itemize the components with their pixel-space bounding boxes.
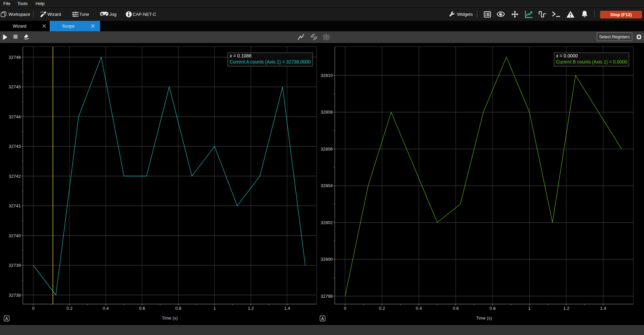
svg-text:1.2: 1.2	[248, 306, 254, 311]
svg-text:Current B counts (Axis 1) = 0.: Current B counts (Axis 1) = 0.0000	[556, 59, 627, 65]
svg-text:Current A counts (Axis 1) = 32: Current A counts (Axis 1) = 32738.0000	[230, 59, 311, 65]
svg-text:A: A	[5, 317, 8, 321]
svg-text:32798: 32798	[321, 294, 333, 299]
svg-text:x = 0.1088: x = 0.1088	[230, 53, 251, 58]
svg-text:0.8: 0.8	[490, 306, 496, 311]
svg-text:32742: 32742	[9, 174, 21, 179]
svg-text:32810: 32810	[321, 73, 333, 78]
svg-text:1.4: 1.4	[284, 306, 290, 311]
svg-text:A: A	[321, 317, 324, 321]
svg-text:32739: 32739	[9, 263, 21, 268]
svg-text:Time (s): Time (s)	[162, 316, 178, 321]
svg-text:0: 0	[344, 306, 346, 311]
svg-text:1: 1	[213, 306, 216, 311]
svg-text:32744: 32744	[9, 114, 21, 119]
svg-text:32743: 32743	[9, 144, 21, 149]
svg-text:0.2: 0.2	[66, 306, 73, 311]
svg-text:1.4: 1.4	[600, 306, 606, 311]
svg-text:0.6: 0.6	[453, 306, 459, 311]
svg-text:32745: 32745	[9, 84, 21, 89]
svg-text:32808: 32808	[321, 110, 333, 115]
svg-text:1: 1	[528, 306, 531, 311]
svg-text:1.2: 1.2	[563, 306, 569, 311]
svg-text:32740: 32740	[9, 233, 21, 238]
svg-text:32802: 32802	[321, 220, 333, 225]
svg-text:32746: 32746	[9, 55, 21, 60]
svg-text:32804: 32804	[321, 183, 333, 188]
svg-text:0: 0	[32, 306, 34, 311]
svg-text:0.8: 0.8	[175, 306, 181, 311]
svg-text:0.4: 0.4	[103, 306, 109, 311]
svg-text:0.6: 0.6	[139, 306, 145, 311]
svg-text:0.4: 0.4	[416, 306, 422, 311]
svg-text:x = 0.0000: x = 0.0000	[556, 53, 578, 58]
svg-text:32738: 32738	[9, 293, 21, 298]
svg-text:32806: 32806	[321, 146, 333, 152]
svg-text:32800: 32800	[321, 257, 333, 262]
svg-text:Time (s): Time (s)	[476, 316, 492, 321]
svg-text:0.2: 0.2	[379, 306, 385, 311]
svg-text:32741: 32741	[9, 203, 21, 208]
